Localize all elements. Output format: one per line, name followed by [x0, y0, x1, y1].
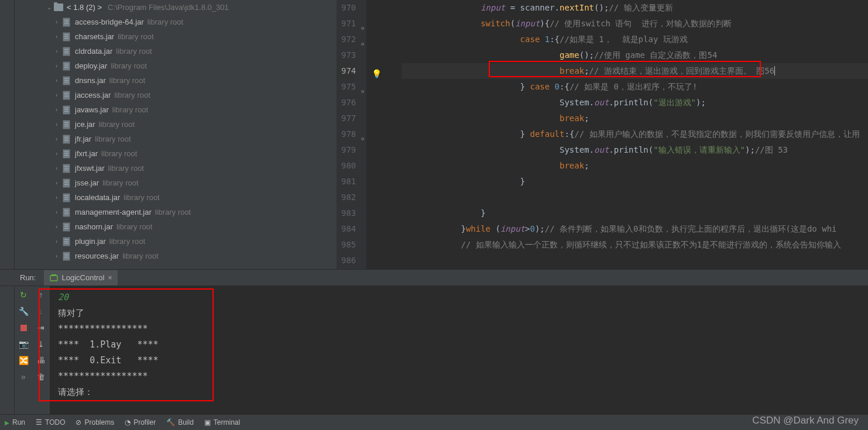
console-output[interactable]: 20 猜对了 ***************** **** 1.Play ***… [50, 286, 868, 414]
gutter-line[interactable]: 970 [341, 0, 356, 16]
jar-item[interactable]: ›jfxswt.jarlibrary root [15, 161, 337, 176]
run-config-tab[interactable]: LogicControl × [44, 270, 118, 285]
sb-build[interactable]: 🔨Build [166, 418, 194, 426]
chevron-right-icon[interactable]: › [56, 77, 63, 84]
code-line[interactable]: input = scanner.nextInt();// 输入变量更新 [402, 0, 868, 16]
code-editor[interactable]: 970971⊖972⊖973974💡975⊖976977978⊖97998098… [337, 0, 868, 269]
jar-item[interactable]: ›dnsns.jarlibrary root [15, 73, 337, 88]
chevron-right-icon[interactable]: › [56, 19, 63, 25]
jar-item[interactable]: ›access-bridge-64.jarlibrary root [15, 15, 337, 29]
gutter-line[interactable]: 973 [341, 47, 356, 63]
gutter-line[interactable]: 971⊖ [341, 16, 356, 32]
sb-run[interactable]: ▶Run [5, 418, 25, 426]
jar-item[interactable]: ›javaws.jarlibrary root [15, 102, 337, 117]
gutter-line[interactable]: 982 [341, 190, 356, 205]
fold-icon[interactable]: ⊖ [358, 131, 364, 137]
jar-item[interactable]: ›localedata.jarlibrary root [15, 190, 337, 205]
trash-icon[interactable]: 🗑 [36, 371, 46, 382]
tree-library-header[interactable]: ⌄ < 1.8 (2) > C:\Program Files\Java\jdk1… [15, 0, 337, 15]
code-line[interactable]: System.out.println("输入错误，请重新输入");//图 53 [402, 142, 868, 158]
code-line[interactable]: game();//使用 game 自定义函数，图54 [402, 47, 868, 63]
code-line[interactable]: } case 0:{// 如果是 0，退出程序，不玩了! [402, 79, 868, 95]
project-tree[interactable]: ⌄ < 1.8 (2) > C:\Program Files\Java\jdk1… [15, 0, 337, 269]
code-line[interactable]: break; [402, 158, 868, 174]
jar-item[interactable]: ›management-agent.jarlibrary root [15, 205, 337, 219]
code-line[interactable]: switch(input){// 使用switch 语句 进行，对输入数据的判断 [402, 16, 868, 32]
chevron-right-icon[interactable]: › [56, 92, 63, 98]
code-line[interactable]: } default:{// 如果用户输入的数据，不是我指定的数据，则我们需要反馈… [402, 126, 868, 142]
gutter-line[interactable]: 974💡 [341, 63, 356, 79]
camera-icon[interactable]: 📷 [18, 339, 29, 349]
bulb-icon[interactable]: 💡 [372, 66, 382, 82]
chevron-right-icon[interactable]: › [56, 194, 63, 201]
code-line[interactable] [402, 190, 868, 205]
code-line[interactable]: } [402, 174, 868, 190]
gutter-line[interactable]: 984 [341, 221, 356, 237]
chevron-right-icon[interactable]: › [56, 33, 63, 40]
fold-icon[interactable]: ⊖ [358, 84, 364, 90]
code-line[interactable]: case 1:{//如果是 1， 就是play 玩游戏 [402, 32, 868, 47]
editor-code-area[interactable]: input = scanner.nextInt();// 输入变量更新 swit… [366, 0, 868, 269]
gutter-line[interactable]: 986 [341, 253, 356, 269]
sb-todo[interactable]: ☰TODO [36, 418, 65, 426]
gutter-line[interactable]: 985 [341, 237, 356, 253]
code-line[interactable]: break;// 游戏结束，退出游戏，回到游戏主界面。 图56 [402, 63, 868, 79]
chevron-right-icon[interactable]: › [56, 150, 63, 157]
chevron-right-icon[interactable]: › [56, 63, 63, 69]
up-arrow-icon[interactable]: ↑ [36, 290, 46, 300]
settings-icon[interactable]: 🔧 [18, 306, 29, 317]
jar-item[interactable]: ›deploy.jarlibrary root [15, 59, 337, 73]
scroll-icon[interactable]: ⤓ [36, 339, 46, 349]
print-icon[interactable]: 🖶 [36, 355, 46, 366]
jar-item[interactable]: ›jfxrt.jarlibrary root [15, 146, 337, 161]
jar-item[interactable]: ›charsets.jarlibrary root [15, 29, 337, 44]
jar-item[interactable]: ›jsse.jarlibrary root [15, 176, 337, 190]
chevron-right-icon[interactable]: › [56, 165, 63, 171]
code-line[interactable]: break; [402, 111, 868, 126]
jar-item[interactable]: ›cldrdata.jarlibrary root [15, 44, 337, 59]
jar-item[interactable]: ›nashorn.jarlibrary root [15, 219, 337, 234]
jar-item[interactable]: ›jaccess.jarlibrary root [15, 88, 337, 102]
chevron-right-icon[interactable]: › [56, 121, 63, 128]
expand-icon[interactable]: » [18, 371, 29, 382]
trace-icon[interactable]: 🔀 [18, 355, 29, 366]
code-line[interactable]: // 如果输入输入一个正数，则循环继续，只不过如果该正数不为1是不能进行游戏的，… [402, 237, 868, 253]
chevron-right-icon[interactable]: › [56, 180, 63, 186]
down-arrow-icon[interactable]: ↓ [36, 306, 46, 317]
code-line[interactable]: } [402, 205, 868, 221]
gutter-line[interactable]: 972⊖ [341, 32, 356, 47]
fold-icon[interactable]: ⊖ [358, 20, 364, 26]
jar-item[interactable]: ›resources.jarlibrary root [15, 249, 337, 263]
code-line[interactable]: System.out.println("退出游戏"); [402, 95, 868, 111]
rerun-icon[interactable]: ↻ [18, 290, 29, 300]
chevron-right-icon[interactable]: › [56, 106, 63, 113]
chevron-right-icon[interactable]: › [56, 48, 63, 54]
stop-icon[interactable] [18, 322, 29, 333]
code-line[interactable] [402, 253, 868, 269]
gutter-line[interactable]: 978⊖ [341, 126, 356, 142]
fold-icon[interactable]: ⊖ [358, 36, 364, 42]
sb-profiler[interactable]: ◔Profiler [125, 418, 156, 426]
gutter-line[interactable]: 976 [341, 95, 356, 111]
gutter-line[interactable]: 977 [341, 111, 356, 126]
jar-item[interactable]: ›jfr.jarlibrary root [15, 132, 337, 146]
sb-problems[interactable]: ⊘Problems [76, 418, 114, 426]
wrap-icon[interactable]: ⇥ [36, 322, 46, 333]
sb-terminal[interactable]: ▣Terminal [204, 418, 240, 426]
jar-item[interactable]: ›plugin.jarlibrary root [15, 234, 337, 249]
chevron-down-icon[interactable]: ⌄ [47, 4, 54, 11]
chevron-right-icon[interactable]: › [56, 238, 63, 245]
chevron-right-icon[interactable]: › [56, 209, 63, 215]
close-icon[interactable]: × [108, 274, 112, 282]
gutter-line[interactable]: 980 [341, 158, 356, 174]
chevron-right-icon[interactable]: › [56, 136, 63, 142]
gutter-line[interactable]: 981 [341, 174, 356, 190]
chevron-right-icon[interactable]: › [56, 223, 63, 230]
gutter-line[interactable]: 975⊖ [341, 79, 356, 95]
jar-item[interactable]: ›jce.jarlibrary root [15, 117, 337, 132]
chevron-right-icon[interactable]: › [56, 253, 63, 259]
editor-gutter[interactable]: 970971⊖972⊖973974💡975⊖976977978⊖97998098… [337, 0, 366, 269]
code-line[interactable]: }while (input>0);// 条件判断，如果输入0和负数，执行完上面的… [402, 221, 868, 237]
gutter-line[interactable]: 979 [341, 142, 356, 158]
gutter-line[interactable]: 983 [341, 205, 356, 221]
